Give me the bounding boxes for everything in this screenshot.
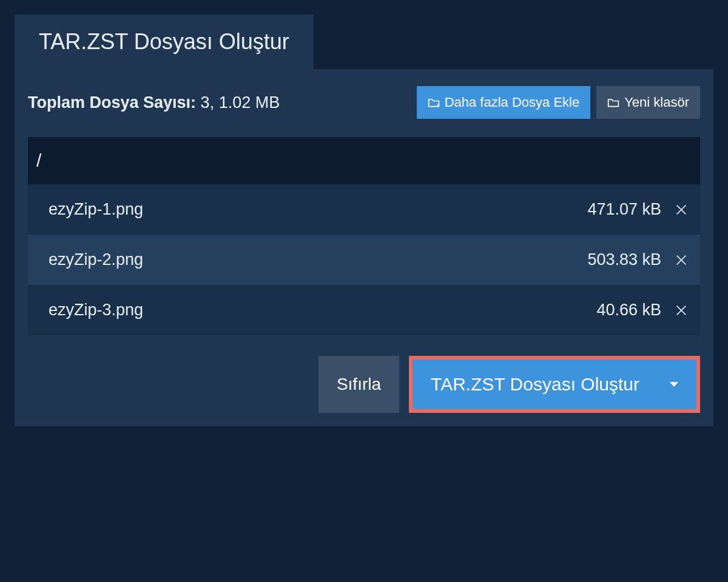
new-folder-button[interactable]: Yeni klasör [596, 86, 700, 119]
file-row-right: 40.66 kB [596, 301, 689, 319]
file-row-right: 471.07 kB [587, 200, 689, 219]
file-count-summary: Toplam Dosya Sayısı: 3, 1.02 MB [28, 93, 280, 112]
file-name: ezyZip-1.png [49, 200, 143, 219]
create-archive-button[interactable]: TAR.ZST Dosyası Oluştur [413, 360, 696, 409]
add-files-button[interactable]: Daha fazla Dosya Ekle [417, 86, 591, 119]
folder-icon [607, 97, 619, 108]
summary-value: 3, 1.02 MB [201, 93, 280, 112]
add-files-label: Daha fazla Dosya Ekle [445, 95, 580, 110]
remove-file-button[interactable] [673, 202, 689, 218]
file-name: ezyZip-3.png [49, 301, 143, 319]
file-row: ezyZip-1.png 471.07 kB [28, 184, 700, 235]
file-list: / ezyZip-1.png 471.07 kB ezyZip-2.png 50… [28, 137, 700, 335]
main-panel: Toplam Dosya Sayısı: 3, 1.02 MB Daha faz… [15, 69, 713, 426]
file-row-right: 503.83 kB [587, 250, 689, 269]
file-row: ezyZip-2.png 503.83 kB [28, 235, 700, 285]
primary-action-highlight: TAR.ZST Dosyası Oluştur [409, 356, 700, 413]
new-folder-label: Yeni klasör [624, 95, 689, 110]
file-size: 40.66 kB [596, 301, 661, 319]
app-container: TAR.ZST Dosyası Oluştur Toplam Dosya Say… [0, 0, 728, 441]
file-row: ezyZip-3.png 40.66 kB [28, 285, 700, 335]
summary-label: Toplam Dosya Sayısı: [28, 93, 196, 112]
folder-plus-icon [428, 97, 440, 108]
tab-title: TAR.ZST Dosyası Oluştur [39, 29, 289, 54]
remove-file-button[interactable] [673, 252, 689, 268]
breadcrumb-path: / [36, 150, 41, 170]
file-size: 471.07 kB [587, 200, 661, 219]
chevron-down-icon [670, 382, 678, 387]
summary-row: Toplam Dosya Sayısı: 3, 1.02 MB Daha faz… [28, 86, 700, 119]
reset-button[interactable]: Sıfırla [318, 356, 399, 413]
breadcrumb[interactable]: / [28, 137, 700, 184]
file-name: ezyZip-2.png [49, 250, 143, 269]
create-label: TAR.ZST Dosyası Oluştur [431, 374, 639, 395]
toolbar-buttons: Daha fazla Dosya Ekle Yeni klasör [417, 86, 700, 119]
file-size: 503.83 kB [587, 250, 661, 269]
tab-create-tarzst[interactable]: TAR.ZST Dosyası Oluştur [15, 15, 314, 69]
action-row: Sıfırla TAR.ZST Dosyası Oluştur [28, 356, 700, 413]
reset-label: Sıfırla [337, 375, 381, 393]
remove-file-button[interactable] [673, 303, 689, 318]
